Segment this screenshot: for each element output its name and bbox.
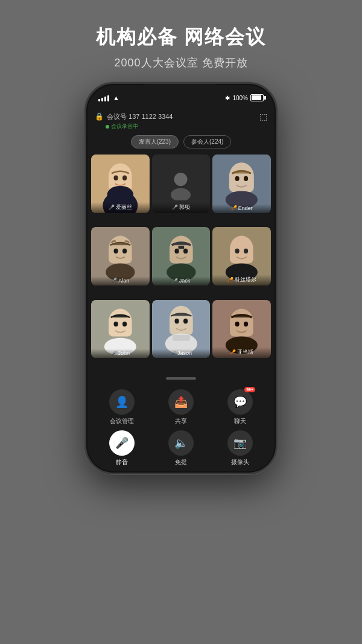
mic-icon-2: 🎤 bbox=[172, 205, 178, 210]
camera-icon: 📷 bbox=[227, 430, 253, 456]
svg-point-4 bbox=[113, 175, 118, 180]
tab-member[interactable]: 参会人(224) bbox=[183, 135, 231, 148]
tool-btn-camera[interactable]: 📷 摄像头 bbox=[222, 430, 258, 467]
participant-cell-3: 🎤 Ender bbox=[212, 155, 271, 213]
participant-name-5: 🎤 Jack bbox=[152, 276, 211, 285]
battery-percent: 100% bbox=[232, 95, 248, 101]
battery-icon bbox=[250, 94, 264, 101]
share-label: 共享 bbox=[175, 417, 187, 426]
svg-point-12 bbox=[235, 176, 240, 181]
tool-btn-manage[interactable]: 👤 会议管理 bbox=[104, 389, 140, 426]
mic-icon-9: 🎤 bbox=[230, 349, 236, 355]
tool-btn-share[interactable]: 📤 共享 bbox=[163, 389, 199, 426]
chat-label: 聊天 bbox=[234, 417, 246, 426]
participant-name-9: 🎤 亚当斯 bbox=[212, 347, 271, 358]
participant-cell-2: 🎤 郭项 bbox=[152, 155, 211, 213]
lock-icon: 🔒 bbox=[95, 112, 104, 121]
svg-rect-17 bbox=[109, 247, 132, 264]
speaker-icon: 🔈 bbox=[168, 430, 194, 456]
svg-point-43 bbox=[174, 318, 179, 323]
meeting-status-label: 会议录音中 bbox=[111, 123, 138, 130]
svg-point-8 bbox=[171, 188, 191, 200]
manage-label: 会议管理 bbox=[110, 417, 134, 426]
meeting-header: 🔒 会议号 137 1122 3344 ⬚ 会议录音中 bbox=[86, 108, 276, 133]
participant-cell-4: 🎤 Alan bbox=[91, 227, 150, 285]
signal-icon bbox=[98, 94, 109, 101]
wifi-icon: ▲ bbox=[113, 94, 119, 101]
exit-icon[interactable]: ⬚ bbox=[259, 112, 267, 121]
camera-label: 摄像头 bbox=[231, 458, 249, 467]
participant-name-1: 🎤 爱丽丝 bbox=[91, 202, 150, 213]
svg-rect-23 bbox=[170, 247, 193, 264]
scroll-indicator bbox=[86, 372, 276, 384]
svg-rect-27 bbox=[178, 246, 184, 249]
status-dot bbox=[106, 125, 109, 129]
svg-point-6 bbox=[107, 186, 133, 203]
participant-cell-5: 🎤 Jack bbox=[152, 227, 211, 285]
mic-icon-1: 🎤 bbox=[109, 205, 115, 210]
tab-speaker[interactable]: 发言人(223) bbox=[131, 135, 179, 148]
scroll-bar bbox=[166, 377, 196, 380]
svg-point-50 bbox=[235, 321, 240, 326]
toolbar-row-1: 👤 会议管理 📤 共享 💬 99+ 聊天 bbox=[92, 389, 270, 426]
phone-notch bbox=[145, 84, 217, 101]
svg-point-44 bbox=[183, 318, 188, 323]
svg-rect-42 bbox=[170, 317, 193, 335]
signal-area: ▲ bbox=[98, 94, 119, 101]
participants-grid: 🎤 爱丽丝 🎤 郭项 bbox=[86, 152, 276, 372]
toolbar-row-2: 🎤 静音 🔈 免提 📷 摄像头 bbox=[92, 430, 270, 467]
svg-point-18 bbox=[113, 249, 118, 253]
svg-point-25 bbox=[183, 249, 188, 253]
mute-icon: 🎤 bbox=[109, 430, 135, 456]
svg-point-5 bbox=[122, 175, 127, 180]
meeting-status: 会议录音中 bbox=[106, 123, 267, 130]
mic-icon-6: 🎤 bbox=[227, 277, 233, 282]
participant-cell-8: 🎤 Jason bbox=[152, 300, 211, 359]
participant-cell-7: 🎤 John bbox=[91, 300, 150, 359]
svg-point-38 bbox=[122, 321, 127, 326]
participant-name-4: 🎤 Alan bbox=[91, 276, 150, 285]
page-header: 机构必备 网络会议 2000人大会议室 免费开放 bbox=[96, 0, 267, 82]
manage-icon: 👤 bbox=[109, 389, 135, 415]
phone-frame: ▲ 9:41 AM ✱ 100% 🔒 会议号 137 1122 3344 ⬚ 会… bbox=[84, 82, 278, 474]
page-subtitle: 2000人大会议室 免费开放 bbox=[96, 56, 267, 70]
svg-rect-11 bbox=[229, 175, 254, 193]
svg-rect-46 bbox=[172, 335, 189, 341]
participant-name-6: 🎤 科丝塔尔 bbox=[212, 275, 271, 285]
speaker-label: 免提 bbox=[175, 458, 187, 467]
participant-name-3: 🎤 Ender bbox=[212, 204, 271, 213]
mic-icon-3: 🎤 bbox=[231, 205, 237, 211]
svg-point-51 bbox=[244, 321, 248, 326]
share-icon: 📤 bbox=[168, 389, 194, 415]
mic-icon-8: 🎤 bbox=[170, 351, 176, 356]
mic-icon-5: 🎤 bbox=[172, 278, 178, 284]
chat-badge: 99+ bbox=[244, 387, 255, 392]
battery-area: ✱ 100% bbox=[225, 94, 264, 101]
chat-icon: 💬 99+ bbox=[227, 389, 253, 415]
tool-btn-chat[interactable]: 💬 99+ 聊天 bbox=[222, 389, 258, 426]
svg-point-37 bbox=[113, 321, 118, 326]
svg-point-19 bbox=[122, 249, 127, 253]
participant-name-2: 🎤 郭项 bbox=[152, 202, 211, 213]
page-title: 机构必备 网络会议 bbox=[96, 24, 267, 51]
participant-cell-6: 🎤 科丝塔尔 bbox=[212, 227, 271, 285]
svg-point-31 bbox=[235, 249, 240, 253]
svg-point-7 bbox=[174, 173, 188, 186]
svg-point-24 bbox=[174, 249, 179, 253]
bottom-toolbar: 👤 会议管理 📤 共享 💬 99+ 聊天 🎤 bbox=[86, 384, 276, 473]
meeting-tabs: 发言人(223) 参会人(224) bbox=[86, 133, 276, 152]
bluetooth-icon: ✱ bbox=[225, 95, 230, 101]
svg-point-32 bbox=[244, 249, 248, 253]
tool-btn-speaker[interactable]: 🔈 免提 bbox=[163, 430, 199, 467]
svg-point-13 bbox=[244, 176, 248, 181]
participant-name-8: 🎤 Jason bbox=[152, 349, 211, 358]
svg-rect-49 bbox=[230, 320, 253, 336]
participant-cell-1: 🎤 爱丽丝 bbox=[91, 155, 150, 213]
participant-cell-9: 🎤 亚当斯 bbox=[212, 300, 271, 359]
svg-rect-36 bbox=[109, 320, 132, 336]
meeting-id-area: 🔒 会议号 137 1122 3344 bbox=[95, 112, 173, 121]
tool-btn-mute[interactable]: 🎤 静音 bbox=[104, 430, 140, 467]
mic-icon-4: 🎤 bbox=[111, 278, 117, 283]
mute-label: 静音 bbox=[116, 458, 128, 467]
participant-name-7: 🎤 John bbox=[91, 349, 150, 358]
